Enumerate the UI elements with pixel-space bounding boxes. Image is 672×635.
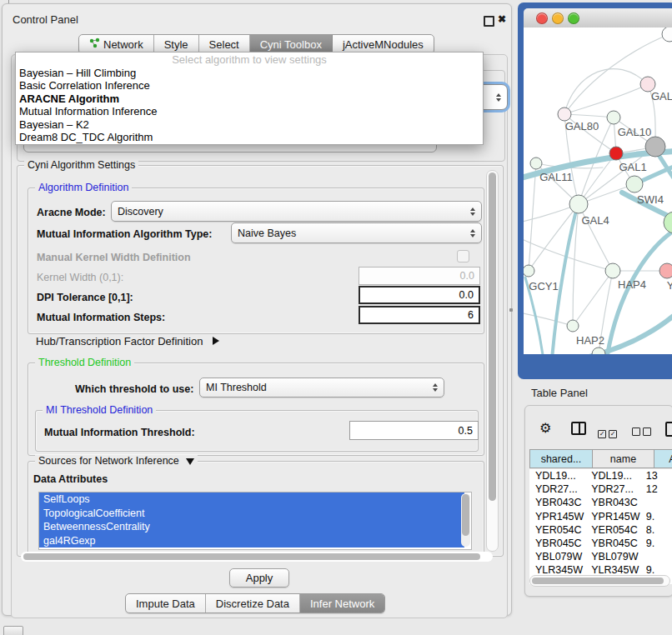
table-cell: YBL079W: [529, 551, 585, 562]
network-node-swi4[interactable]: [626, 176, 643, 192]
network-node[interactable]: [662, 28, 672, 42]
table-row[interactable]: YPR145WYPR145W9.: [529, 510, 672, 523]
group-title: Cyni Algorithm Settings: [24, 159, 138, 171]
network-edge[interactable]: [570, 308, 672, 354]
zoom-traffic-light[interactable]: [568, 12, 579, 24]
network-node-gal1[interactable]: [609, 147, 623, 160]
tab-impute-data[interactable]: Impute Data: [126, 594, 206, 612]
network-edge[interactable]: [564, 69, 648, 114]
tab-discretize-data[interactable]: Discretize Data: [206, 594, 300, 612]
dpi-tolerance-value: 0.0: [459, 289, 474, 301]
table-cell: YBR043C: [585, 497, 639, 508]
unchecked-boxes-icon[interactable]: [632, 424, 654, 439]
table-cell: YDL19...: [585, 470, 639, 482]
algorithm-menu-item[interactable]: Dream8 DC_TDC Algorithm: [16, 131, 483, 143]
list-item[interactable]: gal4RGexp: [39, 534, 464, 548]
column-header-name[interactable]: name: [593, 449, 654, 468]
mi-threshold-field[interactable]: 0.5: [349, 421, 479, 440]
algorithm-menu-item[interactable]: Bayesian – K2: [16, 118, 483, 131]
network-canvas[interactable]: GALGAL80GAL10GAL1GAL11SWI4GAL4GCY1HAP4YH…: [524, 28, 672, 354]
tab-label: Cyni Toolbox: [260, 38, 322, 51]
close-panel-icon[interactable]: ✖: [498, 13, 506, 25]
apply-button[interactable]: Apply: [229, 568, 289, 588]
list-vertical-scrollbar[interactable]: [461, 493, 470, 547]
table-header: shared...nameA: [529, 449, 672, 468]
settings-vertical-scrollbar[interactable]: [486, 170, 499, 552]
list-item[interactable]: TopologicalCoefficient: [39, 507, 464, 521]
network-edge[interactable]: [529, 163, 536, 271]
network-node-gcy1[interactable]: [524, 265, 534, 277]
network-node-y[interactable]: [659, 263, 672, 278]
table-row[interactable]: YDL19...YDL19...13: [529, 469, 672, 482]
algorithm-menu-item[interactable]: Basic Correlation Inference: [16, 79, 483, 92]
algorithm-menu-item[interactable]: Bayesian – Hill Climbing: [16, 67, 483, 79]
which-threshold-combo[interactable]: MI Threshold: [199, 378, 444, 398]
mi-threshold-value: 0.5: [459, 425, 473, 437]
columns-icon[interactable]: [571, 422, 586, 435]
tab-network[interactable]: Network: [79, 35, 154, 53]
network-node[interactable]: [592, 348, 605, 354]
dpi-tolerance-field[interactable]: 0.0: [359, 286, 480, 304]
network-node-hap2[interactable]: [567, 320, 579, 332]
tab-infer-network[interactable]: Infer Network: [300, 594, 384, 612]
gear-icon[interactable]: ⚙: [539, 422, 551, 435]
tab-label: Style: [164, 38, 188, 51]
scroll-thumb[interactable]: [489, 172, 496, 501]
network-edge[interactable]: [564, 84, 648, 114]
tab-cyni-toolbox[interactable]: Cyni Toolbox: [250, 35, 333, 53]
table-horizontal-scrollbar[interactable]: [529, 575, 670, 587]
tab-jactivemnodules[interactable]: jActiveMNodules: [333, 35, 434, 53]
minimize-traffic-light[interactable]: [552, 12, 564, 24]
network-node-gal10[interactable]: [607, 111, 620, 124]
tab-select[interactable]: Select: [199, 35, 250, 53]
network-node[interactable]: [645, 137, 665, 157]
algorithm-menu-item[interactable]: Mutual Information Inference: [16, 105, 483, 118]
table-cell: YER054C: [585, 524, 639, 536]
tab-label: jActiveMNodules: [343, 38, 424, 51]
manual-kernel-width-checkbox[interactable]: [457, 250, 469, 262]
checked-boxes-icon[interactable]: ✓✓: [598, 424, 619, 439]
table-row[interactable]: YDR27...YDR27...12: [529, 482, 672, 496]
settings-horizontal-scrollbar[interactable]: [21, 552, 493, 562]
document-icon[interactable]: [665, 422, 672, 437]
table-row[interactable]: YBR045CYBR045C9.: [529, 537, 672, 550]
tab-style[interactable]: Style: [154, 35, 199, 53]
kernel-width-field[interactable]: 0.0: [359, 267, 480, 285]
network-node-gal80[interactable]: [558, 108, 571, 121]
network-view-window[interactable]: GALGAL80GAL10GAL1GAL11SWI4GAL4GCY1HAP4YH…: [518, 2, 672, 379]
network-node-gal4[interactable]: [569, 195, 588, 213]
list-item[interactable]: SelfLoops: [39, 492, 464, 507]
scroll-thumb[interactable]: [532, 578, 664, 584]
scroll-thumb[interactable]: [23, 553, 480, 560]
aracne-mode-combo[interactable]: Discovery: [111, 201, 482, 222]
collapsed-arrow-icon[interactable]: [213, 337, 219, 345]
table-row[interactable]: YBL079WYBL079W: [529, 550, 672, 563]
network-edge[interactable]: [564, 114, 614, 118]
mi-steps-field[interactable]: 6: [359, 306, 480, 324]
list-item[interactable]: BetweennessCentrality: [39, 520, 464, 534]
algorithm-definition-group: Algorithm Definition Aracne Mode: Discov…: [28, 188, 484, 334]
network-edge[interactable]: [573, 271, 613, 326]
mi-algorithm-type-combo[interactable]: Naive Bayes: [231, 222, 482, 243]
network-graph: GALGAL80GAL10GAL1GAL11SWI4GAL4GCY1HAP4YH…: [524, 28, 672, 354]
corner-button[interactable]: [3, 626, 23, 635]
column-header-A[interactable]: A: [654, 449, 672, 468]
float-panel-icon[interactable]: [484, 16, 494, 27]
algorithm-menu-item[interactable]: ARACNE Algorithm: [16, 92, 483, 105]
network-node-hap4[interactable]: [605, 263, 620, 278]
network-edge[interactable]: [524, 312, 573, 326]
table-row[interactable]: YBR043CYBR043C: [529, 496, 672, 509]
close-traffic-light[interactable]: [536, 12, 548, 24]
sources-title: Sources for Network Inference: [38, 455, 179, 467]
table-cell: YBL079W: [585, 551, 639, 562]
data-attributes-list[interactable]: SelfLoopsTopologicalCoefficientBetweenne…: [38, 492, 472, 550]
table-row[interactable]: YER054CYER054C8.: [529, 523, 672, 537]
splitter-handle[interactable]: [509, 308, 513, 312]
column-header-shared[interactable]: shared...: [529, 449, 593, 468]
network-window-titlebar[interactable]: [524, 8, 672, 28]
scroll-thumb[interactable]: [462, 494, 469, 536]
mi-threshold-label: Mutual Information Threshold:: [44, 427, 195, 438]
hub-definition-toggle[interactable]: Hub/Transcription Factor Definition: [36, 335, 219, 348]
expanded-arrow-icon[interactable]: [186, 458, 194, 465]
network-node-gal11[interactable]: [530, 158, 542, 169]
